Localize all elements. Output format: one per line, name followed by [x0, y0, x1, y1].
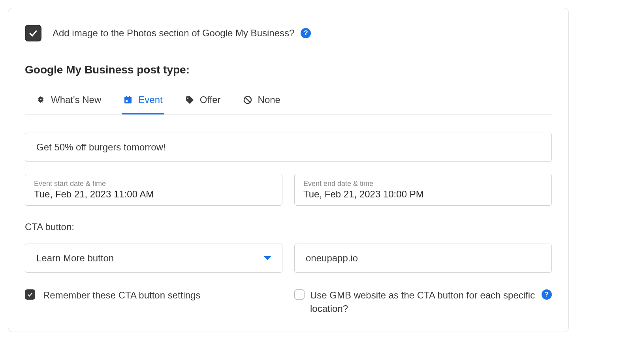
tab-label: Event: [138, 94, 162, 105]
tab-event[interactable]: Event: [122, 89, 164, 114]
add-image-label-wrap: Add image to the Photos section of Googl…: [53, 28, 311, 39]
cta-url-input[interactable]: [294, 244, 552, 273]
cta-button-select[interactable]: Learn More button: [25, 244, 282, 273]
use-gmb-label: Use GMB website as the CTA button for ea…: [310, 289, 536, 315]
svg-point-0: [40, 99, 41, 100]
check-icon: [28, 28, 38, 38]
svg-rect-4: [129, 96, 130, 98]
add-image-checkbox[interactable]: [25, 25, 41, 41]
use-gmb-website-checkbox[interactable]: [294, 289, 305, 300]
calendar-icon: [123, 95, 133, 105]
check-icon: [27, 291, 33, 298]
bottom-row: Remember these CTA button settings Use G…: [25, 289, 552, 315]
svg-rect-2: [124, 97, 132, 99]
ban-icon: [243, 95, 252, 105]
cta-section-label: CTA button:: [25, 221, 552, 233]
date-row: Event start date & time Tue, Feb 21, 202…: [25, 174, 552, 206]
tab-none[interactable]: None: [241, 89, 282, 114]
remember-label: Remember these CTA button settings: [43, 289, 200, 302]
svg-rect-3: [126, 96, 127, 98]
add-image-label: Add image to the Photos section of Googl…: [53, 28, 294, 39]
event-end-label: Event end date & time: [303, 180, 543, 188]
event-end-value: Tue, Feb 21, 2023 10:00 PM: [303, 189, 543, 200]
event-end-field[interactable]: Event end date & time Tue, Feb 21, 2023 …: [294, 174, 552, 206]
event-title-input[interactable]: [25, 133, 552, 162]
post-type-tabs: What's New Event Offer None: [25, 89, 552, 114]
gmb-settings-card: Add image to the Photos section of Googl…: [8, 8, 569, 332]
post-type-title: Google My Business post type:: [25, 64, 552, 76]
tab-label: Offer: [200, 94, 221, 105]
remember-checkbox[interactable]: [25, 289, 35, 300]
svg-point-6: [187, 98, 188, 99]
use-gmb-col: Use GMB website as the CTA button for ea…: [294, 289, 552, 315]
tab-label: What's New: [51, 94, 101, 105]
svg-rect-5: [126, 100, 128, 102]
event-start-value: Tue, Feb 21, 2023 11:00 AM: [34, 189, 273, 200]
burst-icon: [36, 95, 45, 105]
cta-row: Learn More button: [25, 244, 552, 273]
tab-label: None: [258, 94, 280, 105]
chevron-down-icon: [264, 256, 271, 260]
help-icon[interactable]: ?: [301, 28, 311, 38]
add-image-row: Add image to the Photos section of Googl…: [25, 25, 552, 41]
svg-line-8: [245, 98, 250, 102]
remember-col: Remember these CTA button settings: [25, 289, 282, 302]
help-icon[interactable]: ?: [542, 289, 552, 300]
tab-whats-new[interactable]: What's New: [34, 89, 103, 114]
tab-offer[interactable]: Offer: [183, 89, 222, 114]
event-start-label: Event start date & time: [34, 180, 273, 188]
cta-selected-value: Learn More button: [36, 253, 114, 264]
tag-icon: [185, 95, 194, 105]
event-start-field[interactable]: Event start date & time Tue, Feb 21, 202…: [25, 174, 282, 206]
